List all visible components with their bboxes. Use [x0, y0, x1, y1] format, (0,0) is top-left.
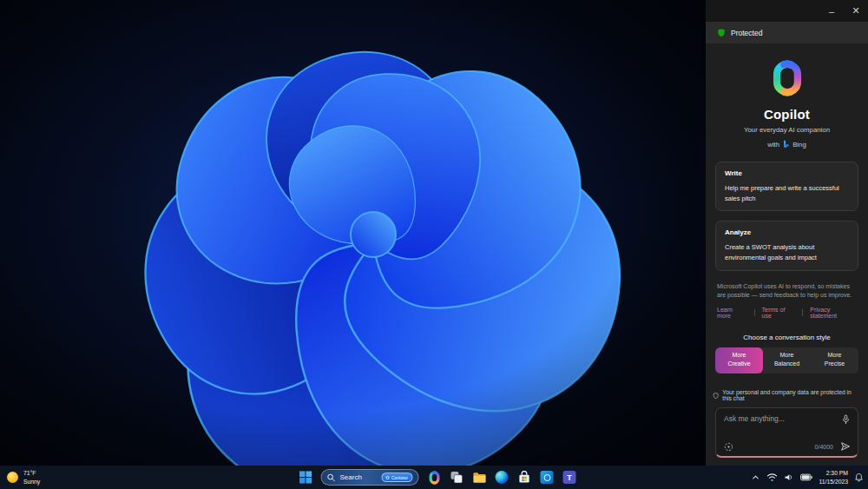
copilot-logo-icon [768, 59, 806, 97]
copilot-subtitle: Your everyday AI companion [706, 126, 868, 134]
terms-of-use-link[interactable]: Terms of use [762, 307, 796, 319]
microsoft-store-icon [518, 471, 531, 484]
wifi-icon[interactable] [766, 472, 778, 482]
windows-logo-icon [299, 471, 312, 484]
card-body: Create a SWOT analysis about environment… [725, 242, 849, 262]
taskbar-app-copilot[interactable] [427, 470, 442, 485]
bing-label: Bing [792, 141, 806, 149]
taskbar-app-outlook[interactable] [540, 470, 555, 485]
style-option-line1: More [780, 352, 794, 358]
edge-icon [496, 471, 509, 484]
with-label: with [767, 141, 779, 149]
sidebar-titlebar: – ✕ [706, 0, 868, 22]
microphone-icon[interactable] [841, 414, 851, 425]
legal-links: Learn more Terms of use Privacy statemen… [717, 307, 857, 319]
weather-temperature: 71°F [23, 469, 40, 477]
volume-icon[interactable] [784, 472, 794, 482]
suggestion-card-analyze[interactable]: Analyze Create a SWOT analysis about env… [715, 221, 858, 270]
taskbar-app-store[interactable] [517, 470, 532, 485]
style-option-balanced[interactable]: More Balanced [763, 347, 811, 373]
chat-input[interactable] [724, 414, 835, 423]
minimize-button[interactable]: – [819, 0, 844, 22]
clock-widget[interactable]: 2:30 PM 11/15/2023 [819, 469, 848, 485]
style-option-line2: Balanced [774, 360, 799, 367]
privacy-shield-icon [713, 392, 719, 400]
privacy-statement-link[interactable]: Privacy statement [810, 307, 857, 319]
link-divider [802, 309, 803, 316]
style-option-line2: Creative [727, 360, 750, 367]
learn-more-link[interactable]: Learn more [717, 307, 747, 319]
org-badge-label: Contoso [391, 475, 408, 480]
file-explorer-icon [472, 472, 486, 484]
input-bottom-row: 0/4000 [724, 441, 851, 452]
data-protection-text: Your personal and company data are prote… [722, 389, 861, 401]
data-protection-note: Your personal and company data are prote… [706, 389, 868, 401]
conversation-style-label: Choose a conversation style [706, 334, 868, 341]
conversation-style-picker: More Creative More Balanced More Precise [715, 347, 858, 373]
with-bing-row: with Bing [706, 140, 868, 149]
char-counter: 0/4000 [815, 444, 833, 450]
notification-bell-icon[interactable] [854, 472, 864, 483]
battery-icon[interactable] [800, 473, 812, 481]
taskbar: 71°F Sunny Search [0, 466, 868, 489]
task-view-icon [450, 471, 464, 484]
weather-widget[interactable]: 71°F Sunny [7, 466, 40, 489]
taskbar-search[interactable]: Search Contoso [321, 469, 419, 486]
chat-input-box[interactable]: 0/4000 [715, 407, 858, 458]
search-icon [327, 473, 336, 482]
protected-banner: Protected [706, 22, 868, 43]
style-option-line1: More [828, 352, 842, 358]
bing-icon [782, 140, 790, 149]
search-label: Search [340, 473, 362, 481]
card-title: Analyze [725, 228, 849, 236]
protected-shield-icon [717, 28, 726, 37]
suggestion-card-write[interactable]: Write Help me prepare and write a succes… [715, 162, 858, 211]
protected-label: Protected [731, 29, 762, 37]
style-option-line1: More [733, 352, 746, 358]
weather-text: 71°F Sunny [23, 469, 40, 485]
card-body: Help me prepare and write a successful s… [725, 183, 849, 203]
tray-date: 11/15/2023 [819, 478, 848, 486]
outlook-icon [541, 471, 554, 484]
system-tray: 2:30 PM 11/15/2023 [751, 466, 864, 489]
sunny-icon [7, 472, 18, 483]
weather-condition: Sunny [23, 478, 40, 486]
chevron-up-icon[interactable] [751, 472, 760, 482]
taskbar-app-file-explorer[interactable] [472, 470, 487, 485]
copilot-taskbar-icon [427, 471, 441, 485]
taskbar-app-edge[interactable] [495, 470, 510, 485]
desktop-wallpaper [0, 0, 706, 466]
tray-time: 2:30 PM [819, 469, 848, 477]
taskbar-center: Search Contoso [299, 466, 577, 489]
link-divider [754, 309, 755, 316]
style-option-line2: Precise [825, 360, 845, 367]
copilot-sidebar: – ✕ Protected Copilot Your everyday AI c… [706, 0, 868, 466]
copilot-title: Copilot [706, 107, 868, 122]
close-button[interactable]: ✕ [844, 0, 868, 22]
teams-icon: T [563, 471, 576, 484]
style-option-creative[interactable]: More Creative [715, 347, 763, 373]
taskbar-app-task-view[interactable] [450, 470, 464, 485]
ai-disclaimer: Microsoft Copilot uses AI to respond, so… [717, 282, 857, 301]
bloom-wallpaper-art [0, 0, 706, 466]
card-title: Write [725, 169, 849, 177]
screen: – ✕ Protected Copilot Your everyday AI c… [0, 0, 868, 489]
send-icon[interactable] [840, 441, 851, 452]
style-option-precise[interactable]: More Precise [811, 347, 858, 373]
org-badge-icon [386, 476, 390, 479]
search-org-badge: Contoso [382, 472, 413, 482]
start-button[interactable] [299, 470, 313, 485]
flex-spacer [706, 373, 868, 390]
taskbar-app-teams[interactable]: T [562, 470, 577, 485]
copilot-hero: Copilot Your everyday AI companion with … [706, 43, 868, 149]
screenshot-icon[interactable] [724, 442, 733, 452]
